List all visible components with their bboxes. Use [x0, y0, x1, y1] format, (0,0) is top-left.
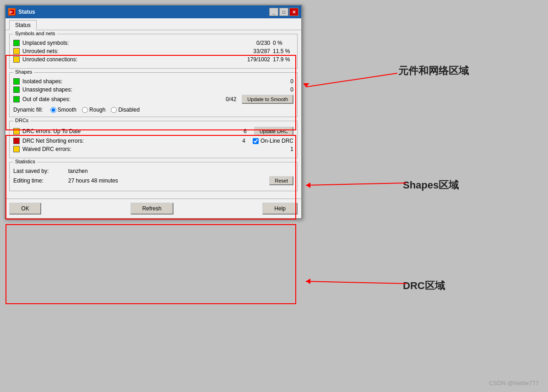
- unplaced-icon: [13, 40, 20, 46]
- update-drc-button[interactable]: Update DRC: [254, 127, 293, 136]
- status-window: P Status _ □ ✕ Status Symbols and nets U…: [5, 5, 302, 219]
- disabled-radio[interactable]: [111, 107, 117, 113]
- svg-line-3: [306, 73, 397, 87]
- tab-area: Status: [5, 18, 301, 30]
- dynamic-fill-row: Dynamic fill: Smooth Rough Disabled: [13, 107, 293, 113]
- unrouted-nets-pct: 11.5 %: [273, 48, 293, 54]
- unrouted-conn-pct: 17.9 %: [273, 56, 293, 63]
- unplaced-symbols-row: Unplaced symbols: 0/230 0 %: [13, 40, 293, 46]
- out-of-date-icon: [13, 96, 20, 102]
- arrow-drc: [297, 252, 416, 297]
- refresh-button[interactable]: Refresh: [130, 203, 174, 215]
- net-shorting-icon: [13, 138, 20, 144]
- isolated-value: 0: [266, 78, 293, 85]
- window-title: Status: [18, 9, 35, 15]
- editing-time-value: 27 hours 48 minutes: [68, 177, 269, 184]
- waived-label: Waived DRC errors:: [22, 146, 282, 152]
- rough-label: Rough: [89, 107, 105, 113]
- waived-row: Waived DRC errors: 1: [13, 146, 293, 152]
- shapes-label: Shapes: [13, 69, 34, 75]
- waived-icon: [13, 146, 20, 152]
- rough-radio-item: Rough: [82, 107, 105, 113]
- unplaced-label: Unplaced symbols:: [22, 40, 240, 46]
- maximize-button[interactable]: □: [279, 8, 288, 16]
- dynamic-fill-label: Dynamic fill:: [13, 107, 43, 113]
- rough-radio[interactable]: [82, 107, 88, 113]
- ok-button[interactable]: OK: [9, 203, 41, 215]
- net-shorting-value: 4: [236, 138, 245, 144]
- svg-line-7: [306, 281, 407, 284]
- unrouted-conn-row: Unrouted connections: 179/1002 17.9 %: [13, 56, 293, 63]
- symbols-nets-label: Symbols and nets: [13, 31, 57, 36]
- online-drc-label: On-Line DRC: [260, 138, 293, 144]
- drcs-label: DRCs: [13, 118, 30, 123]
- drcs-section: DRCs DRC errors: Up To Date 6 Update DRC…: [9, 121, 298, 158]
- annotation-symbols-nets: 元件和网络区域: [398, 64, 469, 78]
- unrouted-conn-label: Unrouted connections:: [22, 56, 240, 63]
- arrow-shapes: [297, 160, 416, 197]
- out-of-date-label: Out of date shapes:: [22, 96, 206, 102]
- saved-by-label: Last saved by:: [13, 168, 68, 174]
- title-buttons: _ □ ✕: [269, 8, 298, 16]
- drc-errors-icon: [13, 128, 20, 134]
- tab-status[interactable]: Status: [9, 20, 37, 30]
- drc-errors-label: DRC errors: Up To Date: [22, 128, 235, 134]
- close-button[interactable]: ✕: [289, 8, 298, 16]
- editing-time-label: Editing time:: [13, 177, 68, 184]
- smooth-label: Smooth: [58, 107, 76, 113]
- out-of-date-row: Out of date shapes: 0/42 Update to Smoot…: [13, 95, 293, 104]
- svg-text:P: P: [10, 10, 12, 15]
- unrouted-nets-label: Unrouted nets:: [22, 48, 240, 54]
- help-button[interactable]: Help: [262, 203, 298, 215]
- app-icon: P: [8, 8, 16, 16]
- waived-value: 1: [284, 146, 293, 152]
- isolated-icon: [13, 78, 20, 85]
- net-shorting-label: DRC Net Shorting errors:: [22, 138, 233, 144]
- shapes-section: Shapes Isolated shapes: 0 Unassigned sha…: [9, 72, 298, 117]
- update-smooth-button[interactable]: Update to Smooth: [242, 95, 293, 104]
- online-drc-checkbox[interactable]: [253, 138, 259, 144]
- main-content: Symbols and nets Unplaced symbols: 0/230…: [5, 30, 301, 199]
- unrouted-conn-value: 179/1002: [243, 56, 270, 63]
- unrouted-nets-value: 33/287: [243, 48, 270, 54]
- isolated-shapes-row: Isolated shapes: 0: [13, 78, 293, 85]
- svg-line-5: [306, 183, 407, 185]
- unassigned-icon: [13, 86, 20, 93]
- unplaced-pct: 0 %: [273, 40, 293, 46]
- svg-marker-8: [306, 279, 310, 284]
- smooth-radio[interactable]: [50, 107, 56, 113]
- online-drc-checkbox-item: On-Line DRC: [253, 138, 293, 144]
- saved-by-value: tanzhen: [68, 168, 293, 174]
- symbols-nets-section: Symbols and nets Unplaced symbols: 0/230…: [9, 34, 298, 69]
- unplaced-value: 0/230: [243, 40, 270, 46]
- out-of-date-value: 0/42: [209, 96, 236, 102]
- unrouted-nets-icon: [13, 48, 20, 54]
- minimize-button[interactable]: _: [269, 8, 278, 16]
- editing-time-row: Editing time: 27 hours 48 minutes Reset: [13, 176, 293, 185]
- disabled-label: Disabled: [118, 107, 140, 113]
- unrouted-nets-row: Unrouted nets: 33/287 11.5 %: [13, 48, 293, 54]
- unassigned-label: Unassigned shapes:: [22, 86, 263, 93]
- reset-button[interactable]: Reset: [269, 176, 293, 185]
- saved-by-row: Last saved by: tanzhen: [13, 168, 293, 174]
- drcs-highlight: [5, 224, 296, 304]
- unassigned-value: 0: [266, 86, 293, 93]
- isolated-label: Isolated shapes:: [22, 78, 263, 85]
- bottom-bar: OK Refresh Help: [5, 199, 301, 218]
- arrow-symbols: [297, 59, 407, 96]
- unassigned-shapes-row: Unassigned shapes: 0: [13, 86, 293, 93]
- net-shorting-row: DRC Net Shorting errors: 4 On-Line DRC: [13, 138, 293, 144]
- unrouted-conn-icon: [13, 56, 20, 63]
- drc-errors-value: 6: [238, 128, 247, 134]
- title-bar: P Status _ □ ✕: [5, 5, 301, 18]
- disabled-radio-item: Disabled: [111, 107, 140, 113]
- svg-marker-6: [306, 183, 310, 188]
- smooth-radio-item: Smooth: [50, 107, 76, 113]
- watermark: CSDN @Nettie777: [489, 380, 539, 387]
- drc-errors-row: DRC errors: Up To Date 6 Update DRC: [13, 127, 293, 136]
- statistics-section: Statistics Last saved by: tanzhen Editin…: [9, 162, 298, 191]
- statistics-label: Statistics: [13, 159, 37, 164]
